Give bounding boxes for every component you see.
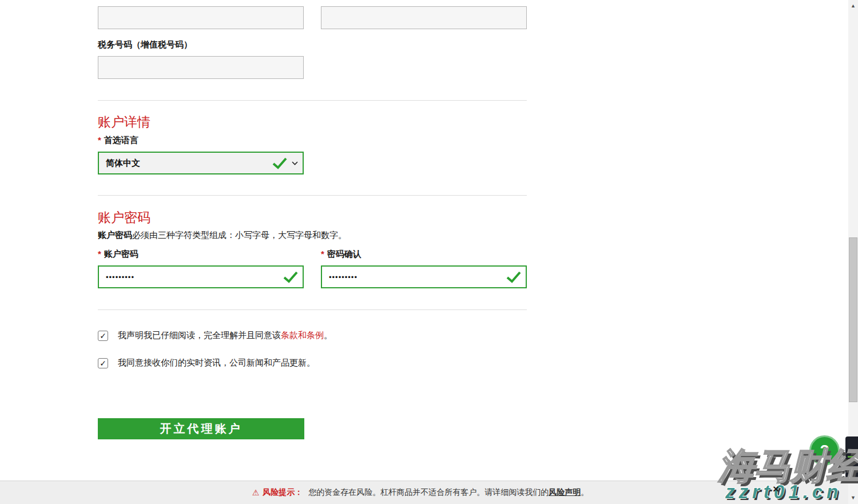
top-right-field[interactable] bbox=[321, 6, 527, 29]
section-divider bbox=[98, 195, 527, 196]
terms-checkbox[interactable]: ✓ bbox=[98, 331, 108, 341]
scroll-up-icon[interactable]: ▲ bbox=[848, 1, 858, 10]
news-checkbox-label: 我同意接收你们的实时资讯，公司新闻和产品更新。 bbox=[118, 358, 315, 368]
required-asterisk: * bbox=[321, 249, 324, 259]
news-checkbox-row: ✓ 我同意接收你们的实时资讯，公司新闻和产品更新。 bbox=[98, 358, 315, 368]
password-hint: 账户密码必须由三种字符类型组成：小写字母，大写字母和数字。 bbox=[98, 230, 347, 241]
terms-link[interactable]: 条款和条例 bbox=[281, 330, 324, 340]
risk-warning-text: ⚠ 风险提示： 您的资金存在风险。杠杆商品并不适合所有客户。请详细阅读我们的 风… bbox=[252, 487, 606, 498]
side-panel-tab[interactable] bbox=[845, 436, 858, 480]
password-label: *账户密码 bbox=[98, 249, 138, 260]
language-select-value: 简体中文 bbox=[106, 158, 272, 169]
scrollbar-thumb[interactable] bbox=[849, 237, 857, 402]
valid-check-icon bbox=[506, 271, 521, 283]
terms-checkbox-label: 我声明我已仔细阅读，完全理解并且同意该条款和条例。 bbox=[118, 330, 332, 341]
password-field[interactable] bbox=[106, 273, 283, 281]
scroll-down-icon[interactable]: ▼ bbox=[848, 493, 858, 502]
preferred-language-label: *首选语言 bbox=[98, 135, 138, 146]
valid-check-icon bbox=[272, 157, 287, 169]
account-password-heading: 账户密码 bbox=[98, 209, 150, 227]
password-confirm-field-wrap bbox=[321, 265, 527, 288]
top-left-field[interactable] bbox=[98, 6, 304, 29]
chevron-down-icon bbox=[292, 161, 298, 165]
required-asterisk: * bbox=[98, 249, 101, 259]
password-confirm-field[interactable] bbox=[329, 273, 506, 281]
tax-number-field[interactable] bbox=[98, 56, 304, 79]
section-divider bbox=[98, 100, 527, 101]
close-icon[interactable]: × bbox=[773, 483, 779, 494]
news-checkbox[interactable]: ✓ bbox=[98, 358, 108, 368]
section-divider bbox=[98, 309, 527, 310]
registration-form-page: 税务号码（增值税号码） 账户详情 *首选语言 简体中文 账户密码 账户密码必须由… bbox=[0, 0, 858, 504]
question-mark-icon: ? bbox=[820, 442, 829, 459]
tax-number-label: 税务号码（增值税号码） bbox=[98, 39, 192, 50]
valid-check-icon bbox=[283, 271, 298, 283]
required-asterisk: * bbox=[98, 135, 101, 145]
account-details-heading: 账户详情 bbox=[98, 113, 150, 131]
risk-warning-bar: ⚠ 风险提示： 您的资金存在风险。杠杆商品并不适合所有客户。请详细阅读我们的 风… bbox=[0, 481, 858, 504]
vertical-scrollbar[interactable]: ▲ ▼ bbox=[848, 0, 858, 504]
help-chat-button[interactable]: ? bbox=[809, 435, 840, 466]
risk-statement-link[interactable]: 风险声明 bbox=[549, 487, 581, 498]
password-field-wrap bbox=[98, 265, 304, 288]
open-agent-account-button[interactable]: 开立代理账户 bbox=[98, 418, 304, 439]
language-select[interactable]: 简体中文 bbox=[98, 152, 304, 174]
warning-triangle-icon: ⚠ bbox=[252, 488, 260, 497]
terms-checkbox-row: ✓ 我声明我已仔细阅读，完全理解并且同意该条款和条例。 bbox=[98, 330, 332, 341]
password-confirm-label: *密码确认 bbox=[321, 249, 362, 260]
